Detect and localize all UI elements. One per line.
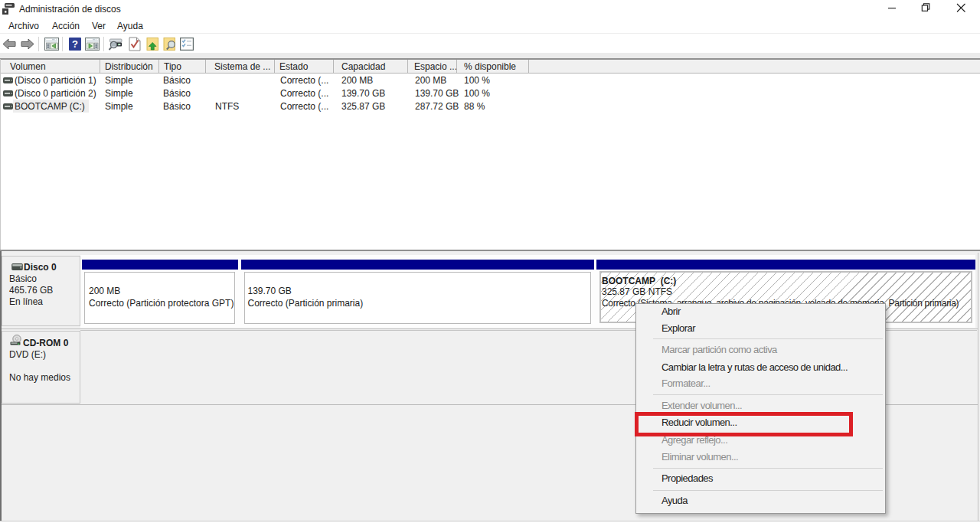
svg-text:?: ? [72,38,78,50]
